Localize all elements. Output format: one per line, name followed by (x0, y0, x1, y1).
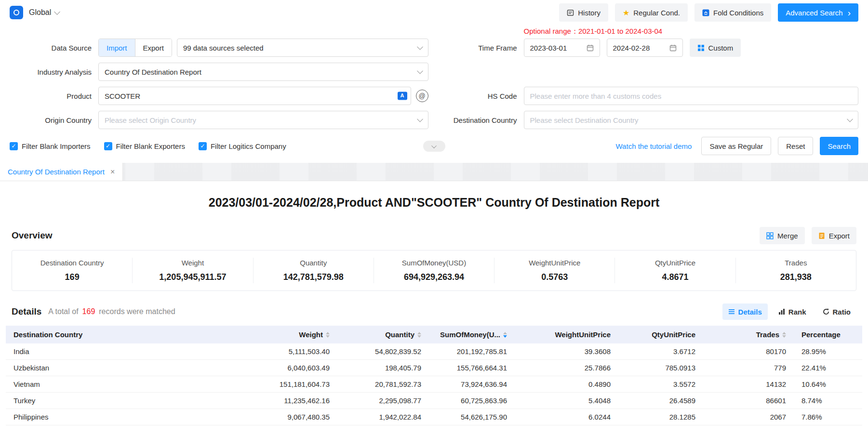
checkbox-checked-icon: ✓ (10, 142, 18, 150)
chevron-down-icon (417, 44, 423, 50)
history-button[interactable]: History (559, 3, 608, 22)
col-quantity[interactable]: Quantity (337, 326, 429, 343)
report-title: 2023/03/01-2024/02/28,Product AND"SCOOTE… (0, 196, 868, 210)
product-label: Product (10, 92, 92, 100)
destination-country-select[interactable]: Please select Destination Country (524, 111, 859, 129)
overview-stats-panel: Destination Country 169 Weight 1,205,945… (12, 250, 856, 291)
col-percentage: Percentage (794, 326, 862, 343)
view-ratio-button[interactable]: Ratio (817, 303, 857, 320)
tab-country-of-destination-report[interactable]: Country Of Destination Report × (0, 163, 123, 181)
col-weight-unit-price: WeightUnitPrice (515, 326, 618, 343)
expand-conditions-button[interactable] (423, 141, 445, 152)
date-start-input[interactable]: 2023-03-01 (524, 39, 600, 57)
overview-header: Overview Merge Export (0, 227, 868, 244)
hs-code-input[interactable] (524, 87, 859, 105)
table-cell: 785.0913 (618, 360, 703, 376)
details-heading: Details (12, 306, 41, 317)
stat-trades: Trades 281,938 (736, 258, 856, 283)
col-qty-unit-price: QtyUnitPrice (618, 326, 703, 343)
advanced-search-button[interactable]: Advanced Search › (778, 3, 858, 22)
filter-blank-importers-checkbox[interactable]: ✓ Filter Blank Importers (10, 142, 91, 150)
table-cell: 28.1285 (618, 409, 703, 425)
table-row[interactable]: Philippines9,067,480.351,942,022.8454,62… (6, 409, 862, 425)
checkbox-checked-icon: ✓ (104, 142, 112, 150)
chevron-down-icon (847, 116, 853, 122)
table-cell: 3.6712 (618, 343, 703, 360)
origin-country-placeholder: Please select Origin Country (105, 116, 196, 124)
data-source-segmented: Import Export (98, 39, 172, 57)
destination-country-label: Destination Country (440, 116, 517, 124)
stat-sum-of-money: SumOfMoney(USD) 694,929,263.94 (374, 258, 494, 283)
export-label: Export (829, 232, 850, 240)
filter-logistics-company-label: Filter Logitics Company (211, 142, 286, 150)
column-label: SumOfMoney(U... (440, 330, 500, 339)
sort-icon[interactable] (782, 332, 786, 338)
table-cell: India (6, 343, 247, 360)
details-list-icon (728, 308, 735, 315)
app-logo[interactable] (10, 6, 23, 19)
view-rank-button[interactable]: Rank (773, 303, 812, 320)
origin-country-label: Origin Country (10, 116, 92, 124)
origin-country-select[interactable]: Please select Origin Country (98, 111, 428, 129)
date-end-input[interactable]: 2024-02-28 (607, 39, 683, 57)
merge-label: Merge (777, 232, 798, 240)
export-button[interactable]: Export (812, 227, 856, 244)
reset-button[interactable]: Reset (778, 137, 813, 155)
table-row[interactable]: India5,111,503.4054,802,839.52201,192,78… (6, 343, 862, 360)
region-label: Global (29, 8, 51, 17)
total-count: 169 (82, 307, 95, 316)
data-source-label: Data Source (10, 44, 92, 52)
regular-cond-button[interactable]: ★ Regular Cond. (615, 3, 688, 22)
column-label: Destination Country (13, 330, 82, 339)
form-row-1: Data Source Import Export 99 data source… (10, 39, 858, 57)
industry-analysis-select[interactable]: Country Of Destination Report (98, 63, 428, 81)
merge-button[interactable]: Merge (760, 227, 805, 244)
sort-icon[interactable] (326, 332, 330, 338)
star-icon: ★ (623, 8, 629, 17)
view-ratio-label: Ratio (833, 308, 851, 316)
export-toggle[interactable]: Export (135, 39, 172, 56)
filter-logistics-company-checkbox[interactable]: ✓ Filter Logitics Company (199, 142, 286, 150)
fold-conditions-label: Fold Conditions (713, 9, 763, 17)
custom-range-button[interactable]: Custom (690, 39, 741, 57)
sort-icon[interactable] (417, 332, 421, 338)
table-cell: 198,405.79 (337, 360, 429, 376)
col-sum-of-money[interactable]: SumOfMoney(U... (429, 326, 515, 343)
tutorial-demo-link[interactable]: Watch the tutorial demo (616, 142, 692, 150)
view-switcher: Details Rank Ratio (722, 303, 856, 320)
table-row[interactable]: Vietnam151,181,604.7320,781,592.7373,924… (6, 376, 862, 393)
product-input[interactable] (98, 87, 411, 105)
table-row[interactable]: Turkey11,235,462.162,295,098.7760,725,86… (6, 393, 862, 409)
synonym-match-icon[interactable]: @ (416, 90, 428, 102)
sort-icon[interactable] (503, 332, 507, 338)
fold-conditions-button[interactable]: Fold Conditions (694, 3, 771, 22)
column-label: WeightUnitPrice (555, 330, 611, 339)
table-cell: 54,626,175.90 (429, 409, 515, 425)
stat-weight: Weight 1,205,945,911.57 (133, 258, 253, 283)
details-table-wrap: Destination Country Weight Quantity SumO… (6, 326, 862, 425)
col-trades[interactable]: Trades (703, 326, 794, 343)
close-icon[interactable]: × (110, 168, 115, 176)
import-toggle[interactable]: Import (99, 39, 135, 56)
view-details-button[interactable]: Details (722, 303, 768, 320)
table-header-row: Destination Country Weight Quantity SumO… (6, 326, 862, 343)
filter-blank-exporters-checkbox[interactable]: ✓ Filter Blank Exporters (104, 142, 185, 150)
column-label: Trades (756, 330, 779, 339)
topbar-left: Global (10, 6, 59, 19)
translate-icon[interactable]: A (398, 92, 407, 100)
table-cell: Vietnam (6, 376, 247, 393)
date-start-value: 2023-03-01 (530, 44, 567, 52)
fold-icon (702, 9, 709, 16)
region-selector[interactable]: Global (29, 8, 59, 17)
search-button[interactable]: Search (820, 137, 858, 155)
destination-country-placeholder: Please select Destination Country (530, 116, 639, 124)
table-cell: 9,067,480.35 (247, 409, 337, 425)
details-header: Details A total of 169 records were matc… (12, 303, 856, 320)
data-source-select[interactable]: 99 data sources selected (177, 39, 428, 57)
table-row[interactable]: Uzbekistan6,040,603.49198,405.79155,766,… (6, 360, 862, 376)
save-as-regular-button[interactable]: Save as Regular (701, 137, 771, 155)
chevron-down-icon (417, 68, 423, 74)
history-label: History (578, 9, 601, 17)
column-label: QtyUnitPrice (652, 330, 695, 339)
col-weight[interactable]: Weight (247, 326, 337, 343)
